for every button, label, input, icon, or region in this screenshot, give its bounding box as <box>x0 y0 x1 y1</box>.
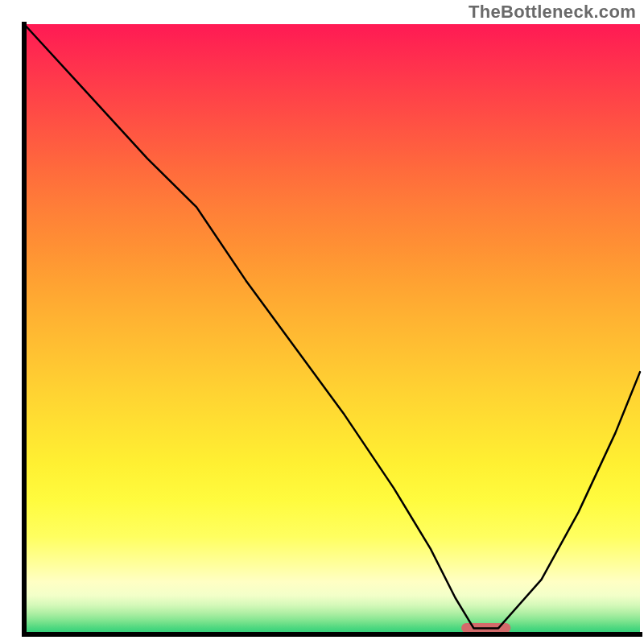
chart-background <box>24 24 640 634</box>
chart-frame: TheBottleneck.com <box>0 0 644 644</box>
bottleneck-chart <box>0 0 644 644</box>
watermark-text: TheBottleneck.com <box>469 2 636 23</box>
